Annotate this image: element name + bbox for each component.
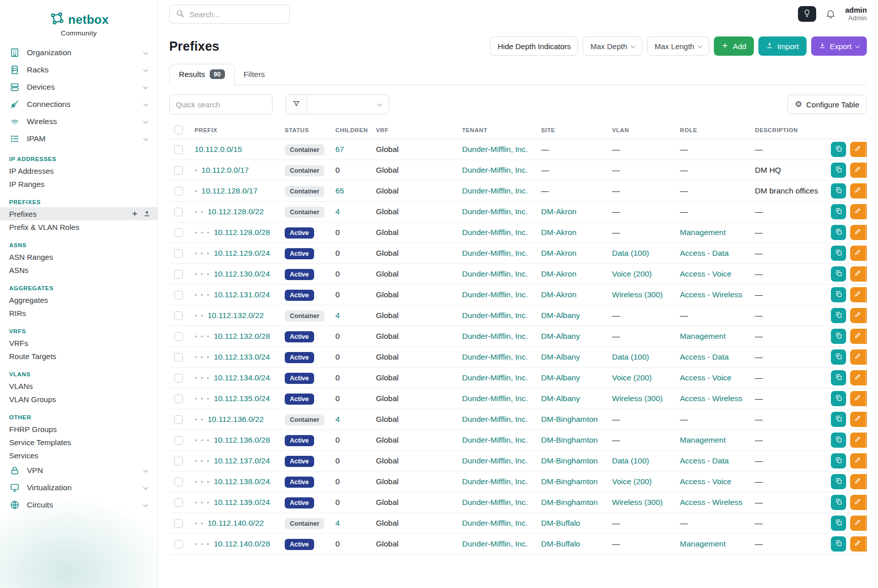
select-all-checkbox[interactable] [174, 126, 183, 134]
theme-toggle-button[interactable] [798, 6, 816, 22]
site-link[interactable]: DM-Albany [541, 352, 580, 361]
tenant-link[interactable]: Dunder-Mifflin, Inc. [462, 539, 528, 548]
prefix-link[interactable]: 10.112.128.0/22 [208, 207, 264, 216]
vlan-link[interactable]: Data (100) [612, 352, 649, 361]
children-count-link[interactable]: 65 [335, 186, 344, 195]
edit-button[interactable] [850, 308, 865, 323]
row-checkbox[interactable] [174, 249, 183, 258]
edit-dropdown-button[interactable] [865, 266, 867, 282]
sidebar-item-virtualization[interactable]: Virtualization [0, 479, 158, 496]
prefix-link[interactable]: 10.112.140.0/28 [214, 539, 270, 548]
row-checkbox[interactable] [174, 208, 183, 216]
edit-dropdown-button[interactable] [865, 287, 867, 302]
edit-dropdown-button[interactable] [865, 163, 867, 178]
tenant-link[interactable]: Dunder-Mifflin, Inc. [462, 290, 528, 299]
sidebar-item-aggregates[interactable]: Aggregates [0, 293, 158, 306]
site-link[interactable]: DM-Albany [541, 373, 580, 382]
edit-dropdown-button[interactable] [865, 495, 867, 510]
role-link[interactable]: Access - Data [680, 249, 729, 257]
copy-button[interactable] [831, 183, 846, 199]
row-checkbox[interactable] [174, 187, 183, 195]
site-link[interactable]: DM-Binghamton [541, 477, 598, 486]
quick-add-icon[interactable] [131, 210, 138, 217]
prefix-link[interactable]: 10.112.129.0/24 [214, 249, 270, 257]
tab-results[interactable]: Results 90 [169, 64, 235, 85]
copy-button[interactable] [831, 516, 846, 531]
edit-dropdown-button[interactable] [865, 183, 867, 199]
edit-dropdown-button[interactable] [865, 142, 867, 157]
edit-button[interactable] [850, 204, 865, 219]
sidebar-item-fhrp-groups[interactable]: FHRP Groups [0, 422, 158, 436]
tenant-link[interactable]: Dunder-Mifflin, Inc. [462, 394, 528, 403]
edit-dropdown-button[interactable] [865, 370, 867, 385]
row-checkbox[interactable] [174, 332, 183, 341]
children-count-link[interactable]: 67 [335, 145, 344, 153]
edit-button[interactable] [850, 536, 865, 552]
quick-import-icon[interactable] [143, 210, 150, 217]
role-link[interactable]: Access - Voice [680, 269, 732, 278]
edit-button[interactable] [850, 516, 865, 531]
role-link[interactable]: Management [680, 539, 726, 548]
prefix-link[interactable]: 10.112.137.0/24 [214, 456, 270, 465]
sidebar-item-services[interactable]: Services [0, 449, 158, 462]
prefix-link[interactable]: 10.112.136.0/22 [208, 415, 264, 423]
site-link[interactable]: DM-Akron [541, 290, 577, 299]
edit-button[interactable] [850, 225, 865, 240]
row-checkbox[interactable] [174, 228, 183, 237]
role-link[interactable]: Access - Voice [680, 373, 732, 382]
edit-button[interactable] [850, 329, 865, 344]
copy-button[interactable] [831, 163, 846, 178]
tenant-link[interactable]: Dunder-Mifflin, Inc. [462, 415, 528, 423]
configure-table-button[interactable]: ⚙ Configure Table [787, 95, 867, 114]
prefix-link[interactable]: 10.112.136.0/28 [214, 436, 270, 444]
sidebar-item-vrfs[interactable]: VRFs [0, 336, 158, 349]
edit-button[interactable] [850, 391, 865, 406]
tenant-link[interactable]: Dunder-Mifflin, Inc. [462, 498, 528, 506]
tenant-link[interactable]: Dunder-Mifflin, Inc. [462, 311, 528, 320]
copy-button[interactable] [831, 225, 846, 240]
tenant-link[interactable]: Dunder-Mifflin, Inc. [462, 373, 528, 382]
row-checkbox[interactable] [174, 374, 183, 382]
site-link[interactable]: DM-Binghamton [541, 456, 598, 465]
row-checkbox[interactable] [174, 498, 183, 507]
edit-button[interactable] [850, 495, 865, 510]
prefix-link[interactable]: 10.112.138.0/24 [214, 477, 270, 486]
copy-button[interactable] [831, 329, 846, 344]
tenant-link[interactable]: Dunder-Mifflin, Inc. [462, 249, 528, 257]
prefix-link[interactable]: 10.112.128.0/28 [214, 228, 270, 237]
edit-button[interactable] [850, 370, 865, 385]
tenant-link[interactable]: Dunder-Mifflin, Inc. [462, 352, 528, 361]
sidebar-item-vpn[interactable]: VPN [0, 462, 158, 479]
tenant-link[interactable]: Dunder-Mifflin, Inc. [462, 456, 528, 465]
role-link[interactable]: Access - Wireless [680, 498, 742, 506]
row-checkbox[interactable] [174, 311, 183, 320]
copy-button[interactable] [831, 142, 846, 157]
site-link[interactable]: DM-Albany [541, 311, 580, 320]
row-checkbox[interactable] [174, 436, 183, 445]
prefix-link[interactable]: 10.112.130.0/24 [214, 269, 270, 278]
row-checkbox[interactable] [174, 478, 183, 486]
edit-button[interactable] [850, 142, 865, 157]
copy-button[interactable] [831, 412, 846, 427]
tenant-link[interactable]: Dunder-Mifflin, Inc. [462, 186, 528, 195]
site-link[interactable]: DM-Binghamton [541, 498, 598, 506]
row-checkbox[interactable] [174, 291, 183, 299]
vlan-link[interactable]: Data (100) [612, 249, 649, 257]
tenant-link[interactable]: Dunder-Mifflin, Inc. [462, 332, 528, 340]
edit-button[interactable] [850, 453, 865, 468]
add-button[interactable]: Add [714, 36, 754, 56]
edit-dropdown-button[interactable] [865, 536, 867, 552]
hide-depth-indicators-button[interactable]: Hide Depth Indicators [490, 36, 578, 56]
tenant-link[interactable]: Dunder-Mifflin, Inc. [462, 477, 528, 486]
prefix-link[interactable]: 10.112.131.0/24 [214, 290, 270, 299]
site-link[interactable]: DM-Akron [541, 249, 577, 257]
sidebar-item-asn-ranges[interactable]: ASN Ranges [0, 250, 158, 263]
edit-button[interactable] [850, 183, 865, 199]
site-link[interactable]: DM-Akron [541, 228, 577, 237]
edit-button[interactable] [850, 163, 865, 178]
site-link[interactable]: DM-Akron [541, 269, 577, 278]
role-link[interactable]: Access - Wireless [680, 290, 742, 299]
edit-dropdown-button[interactable] [865, 391, 867, 406]
site-link[interactable]: DM-Buffalo [541, 539, 580, 548]
vlan-link[interactable]: Wireless (300) [612, 498, 663, 506]
